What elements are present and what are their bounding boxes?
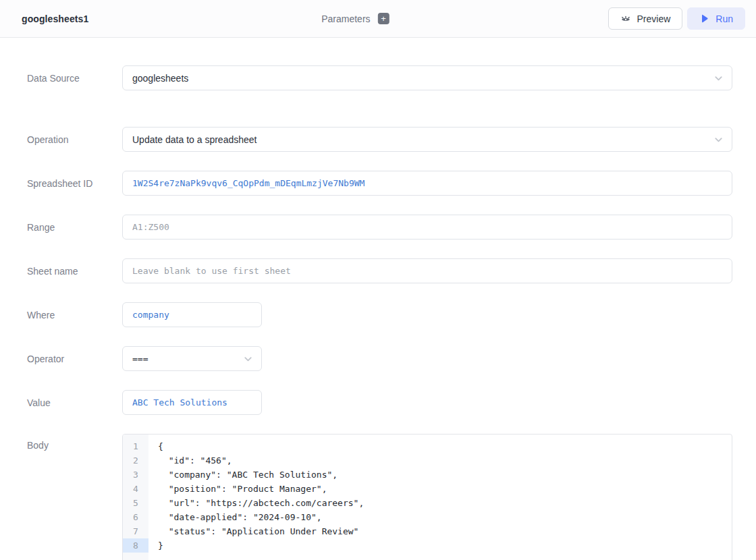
line-number: 6: [123, 510, 148, 524]
field-row-operator: Operator ===: [27, 346, 732, 371]
value-input[interactable]: ABC Tech Solutions: [122, 390, 262, 415]
operation-value: Update data to a spreadsheet: [132, 134, 256, 145]
query-header: googlesheets1 Parameters + Preview: [0, 0, 756, 38]
field-row-body: Body 1 2 3 4 5 6 7 8 { "id": "456", "com…: [27, 434, 732, 560]
range-placeholder: A1:Z500: [132, 222, 169, 232]
add-parameter-button[interactable]: +: [378, 13, 389, 24]
sheet-name-input[interactable]: Leave blank to use first sheet: [122, 258, 732, 283]
line-number-active: 8: [123, 538, 148, 553]
field-row-value: Value ABC Tech Solutions: [27, 390, 732, 415]
chevron-down-icon: [713, 134, 724, 144]
sheet-name-placeholder: Leave blank to use first sheet: [132, 266, 291, 276]
line-number: 1: [123, 439, 148, 453]
data-source-label: Data Source: [27, 73, 122, 84]
value-value: ABC Tech Solutions: [132, 397, 227, 408]
range-label: Range: [27, 222, 122, 233]
code-line: "position": "Product Manager",: [158, 482, 732, 496]
sheet-name-label: Sheet name: [27, 266, 122, 277]
line-number: 4: [123, 482, 148, 496]
chevron-down-icon: [713, 73, 724, 83]
body-code-editor[interactable]: 1 2 3 4 5 6 7 8 { "id": "456", "company"…: [122, 434, 732, 560]
where-input[interactable]: company: [122, 302, 262, 327]
operator-label: Operator: [27, 354, 122, 364]
field-row-spreadsheet-id: Spreadsheet ID 1W2S4re7zNaPk9vqv6_CqOpPd…: [27, 171, 732, 196]
eye-icon: [620, 13, 631, 24]
code-line: {: [158, 439, 732, 453]
editor-code-area[interactable]: { "id": "456", "company": "ABC Tech Solu…: [148, 435, 732, 560]
data-source-select[interactable]: googlesheets: [122, 65, 732, 90]
code-line: "company": "ABC Tech Solutions",: [158, 468, 732, 482]
code-line: "status": "Application Under Review": [158, 524, 732, 538]
field-row-where: Where company: [27, 302, 732, 327]
query-form: Data Source googlesheets Operation Updat…: [0, 38, 756, 560]
spreadsheet-id-input[interactable]: 1W2S4re7zNaPk9vqv6_CqOpPdm_mDEqmLmzjVe7N…: [122, 171, 732, 196]
code-line: "url": "https://abctech.com/careers",: [158, 496, 732, 510]
body-label: Body: [27, 434, 122, 451]
field-row-range: Range A1:Z500: [27, 215, 732, 240]
field-row-operation: Operation Update data to a spreadsheet: [27, 127, 732, 152]
spreadsheet-id-value: 1W2S4re7zNaPk9vqv6_CqOpPdm_mDEqmLmzjVe7N…: [132, 178, 364, 188]
line-number: 2: [123, 453, 148, 468]
run-button[interactable]: Run: [687, 7, 745, 30]
line-number: 7: [123, 524, 148, 538]
code-line: "date-applied": "2024-09-10",: [158, 510, 732, 524]
query-name[interactable]: googlesheets1: [22, 13, 88, 24]
preview-button-label: Preview: [637, 13, 671, 24]
line-number: 3: [123, 468, 148, 482]
preview-button[interactable]: Preview: [608, 7, 683, 30]
code-line: }: [158, 538, 732, 553]
parameters-section: Parameters +: [321, 13, 389, 24]
editor-gutter: 1 2 3 4 5 6 7 8: [123, 435, 148, 560]
line-number: 5: [123, 496, 148, 510]
value-label: Value: [27, 397, 122, 408]
field-row-data-source: Data Source googlesheets: [27, 65, 732, 90]
where-value: company: [132, 310, 169, 320]
chevron-down-icon: [243, 354, 253, 364]
run-button-label: Run: [716, 13, 733, 24]
plus-icon: +: [381, 13, 386, 24]
spreadsheet-id-label: Spreadsheet ID: [27, 178, 122, 189]
operator-select[interactable]: ===: [122, 346, 262, 371]
data-source-value: googlesheets: [132, 73, 188, 84]
query-editor-panel: googlesheets1 Parameters + Preview: [0, 0, 756, 560]
header-actions: Preview Run: [608, 7, 745, 30]
range-input[interactable]: A1:Z500: [122, 215, 732, 240]
operator-value: ===: [132, 354, 148, 364]
operation-label: Operation: [27, 134, 122, 145]
play-icon: [699, 13, 709, 24]
parameters-label: Parameters: [321, 13, 370, 24]
field-row-sheet-name: Sheet name Leave blank to use first shee…: [27, 258, 732, 283]
where-label: Where: [27, 310, 122, 320]
code-line: "id": "456",: [158, 453, 732, 468]
operation-select[interactable]: Update data to a spreadsheet: [122, 127, 732, 152]
